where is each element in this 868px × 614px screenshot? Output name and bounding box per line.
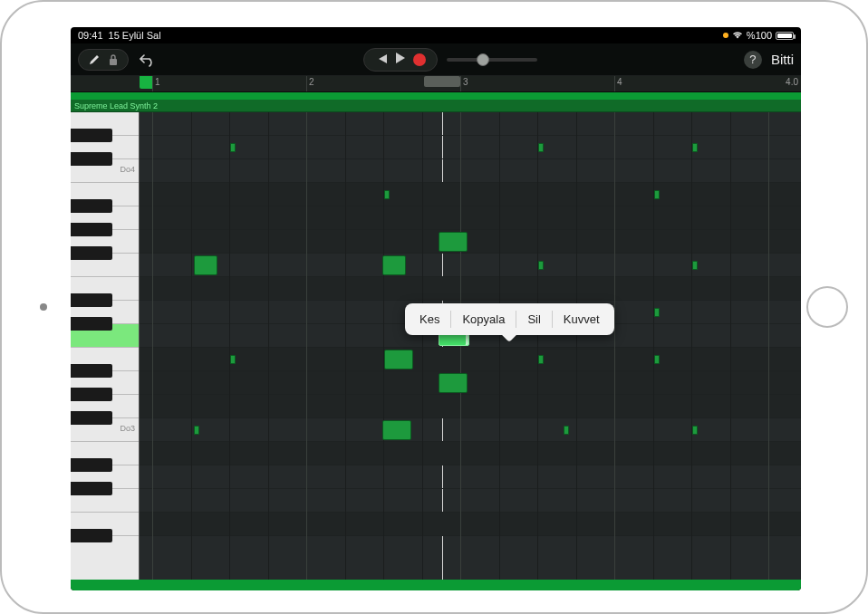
note[interactable] (439, 373, 468, 393)
piano-black-key[interactable] (71, 246, 112, 260)
note[interactable] (382, 255, 406, 275)
ruler-label: 4 (617, 77, 622, 87)
help-button[interactable]: ? (744, 51, 762, 69)
beat-line (537, 112, 538, 580)
context-menu: KesKopyalaSilKuvvet (405, 303, 614, 335)
piano-black-key[interactable] (71, 529, 112, 542)
grid-row (140, 136, 801, 159)
grid-row (140, 489, 801, 513)
screen: 09:41 15 Eylül Sal %100 (71, 27, 801, 590)
pencil-icon (88, 53, 101, 66)
context-menu-item[interactable]: Sil (516, 309, 551, 330)
transport-controls (363, 48, 438, 72)
undo-icon (140, 53, 156, 67)
piano-black-key[interactable] (71, 458, 112, 472)
note[interactable] (194, 255, 217, 275)
play-icon (395, 52, 406, 64)
grid-row (140, 254, 801, 277)
ruler-label: 2 (309, 77, 314, 87)
grid-row (140, 277, 801, 301)
bar-line (306, 112, 307, 580)
piano-roll-editor: Do4Do3 (71, 112, 801, 580)
grid-row (140, 183, 801, 206)
note[interactable] (538, 143, 544, 152)
beat-line (345, 112, 346, 580)
note[interactable] (654, 190, 660, 199)
note[interactable] (538, 261, 544, 270)
note[interactable] (230, 143, 236, 152)
note-grid[interactable] (140, 112, 801, 580)
note[interactable] (384, 350, 413, 369)
ruler-tick (306, 76, 307, 91)
piano-black-key[interactable] (71, 293, 112, 307)
battery-label: %100 (747, 30, 772, 41)
piano-black-key[interactable] (71, 482, 112, 495)
grid-row (140, 348, 801, 371)
piano-black-key[interactable] (71, 388, 112, 401)
grid-row (140, 112, 801, 136)
master-slider[interactable] (447, 58, 537, 62)
piano-black-key[interactable] (71, 129, 112, 142)
piano-black-key[interactable] (71, 223, 112, 236)
ruler-end-label: 4.0 (786, 77, 798, 87)
beat-line (191, 112, 192, 580)
region-footer-bar[interactable] (71, 580, 801, 590)
grid-row (140, 395, 801, 418)
region-header[interactable]: Supreme Lead Synth 2 (71, 100, 801, 112)
grid-row (140, 465, 801, 489)
key-label: Do4 (120, 165, 135, 174)
undo-button[interactable] (138, 50, 158, 70)
note[interactable] (654, 355, 660, 364)
beat-line (653, 112, 654, 580)
loop-region-bar[interactable] (71, 92, 801, 100)
home-button[interactable] (806, 286, 848, 328)
timeline-ruler[interactable]: 1234 4.0 (71, 76, 801, 92)
piano-keyboard[interactable]: Do4Do3 (71, 112, 140, 580)
context-menu-item[interactable]: Kes (409, 309, 450, 330)
piano-black-key[interactable] (71, 364, 112, 378)
ruler-label: 1 (155, 77, 160, 87)
beat-line (422, 112, 423, 580)
note[interactable] (382, 420, 411, 440)
piano-black-key[interactable] (71, 411, 112, 425)
wifi-icon (732, 31, 743, 40)
recording-indicator-icon (723, 33, 728, 38)
note[interactable] (194, 426, 199, 435)
grid-row (140, 418, 801, 442)
note[interactable] (564, 426, 569, 435)
bar-line (460, 112, 461, 580)
note[interactable] (384, 190, 390, 199)
note[interactable] (654, 308, 660, 317)
ruler-label: 3 (463, 77, 468, 87)
done-button[interactable]: Bitti (771, 52, 794, 67)
key-label: Do3 (120, 424, 135, 433)
note[interactable] (692, 143, 698, 152)
note[interactable] (692, 261, 698, 270)
slider-thumb[interactable] (477, 53, 489, 66)
playhead-handle[interactable] (424, 76, 460, 87)
loop-start-marker[interactable] (140, 76, 152, 89)
note[interactable] (692, 426, 698, 435)
piano-black-key[interactable] (71, 199, 112, 213)
note[interactable] (439, 232, 468, 252)
piano-black-key[interactable] (71, 152, 112, 166)
svg-rect-0 (110, 59, 117, 65)
grid-row (140, 230, 801, 254)
record-button[interactable] (413, 53, 426, 66)
front-camera (40, 303, 47, 311)
grid-row (140, 371, 801, 395)
note[interactable] (230, 355, 236, 364)
play-button[interactable] (395, 52, 406, 68)
grid-row (140, 206, 801, 230)
piano-black-key[interactable] (71, 317, 112, 331)
context-menu-item[interactable]: Kuvvet (553, 309, 611, 330)
battery-icon (776, 32, 794, 40)
note[interactable] (538, 355, 544, 364)
beat-line (576, 112, 577, 580)
bar-line (152, 112, 153, 580)
rewind-button[interactable] (375, 52, 388, 68)
beat-line (499, 112, 500, 580)
ipad-frame: 09:41 15 Eylül Sal %100 (0, 0, 868, 614)
status-date: 15 Eylül Sal (109, 30, 161, 41)
edit-mode-toggle[interactable] (78, 49, 129, 71)
